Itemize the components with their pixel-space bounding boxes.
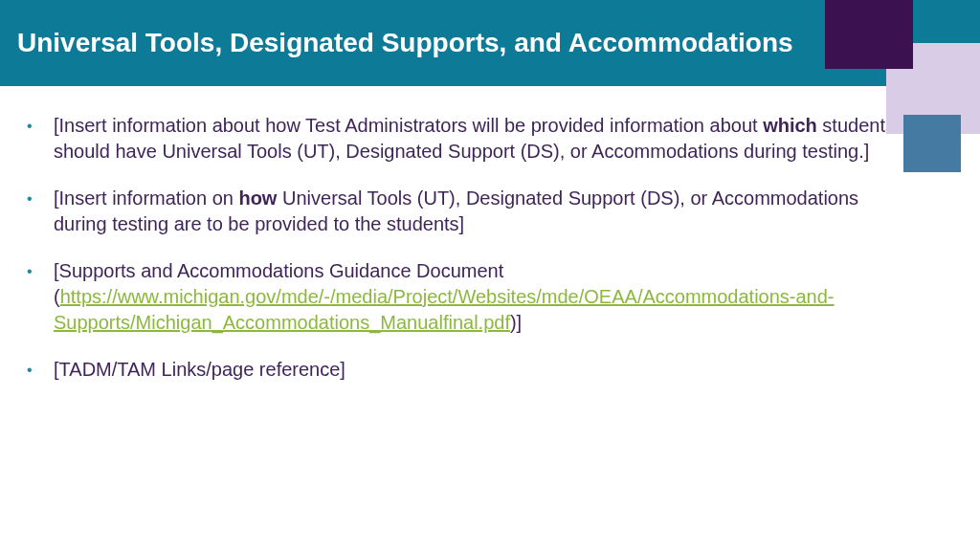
list-item: [TADM/TAM Links/page reference]: [21, 357, 903, 383]
list-item: [Insert information about how Test Admin…: [21, 113, 903, 165]
slide-body: [Insert information about how Test Admin…: [0, 86, 980, 383]
text: [Insert information about how Test Admin…: [54, 115, 763, 136]
decor-square-purple: [825, 0, 913, 69]
slide-title: Universal Tools, Designated Supports, an…: [17, 28, 793, 58]
guidance-doc-link[interactable]: https://www.michigan.gov/mde/-/media/Pro…: [54, 286, 835, 333]
list-item: [Insert information on how Universal Too…: [21, 186, 903, 237]
text: )]: [510, 312, 522, 333]
text-bold: which: [763, 115, 817, 136]
decor-square-blue: [903, 115, 961, 172]
bullet-list: [Insert information about how Test Admin…: [21, 113, 903, 383]
text: [TADM/TAM Links/page reference]: [54, 359, 345, 380]
list-item: [Supports and Accommodations Guidance Do…: [21, 258, 903, 336]
text-bold: how: [238, 187, 277, 209]
text: [Insert information on: [54, 187, 238, 209]
